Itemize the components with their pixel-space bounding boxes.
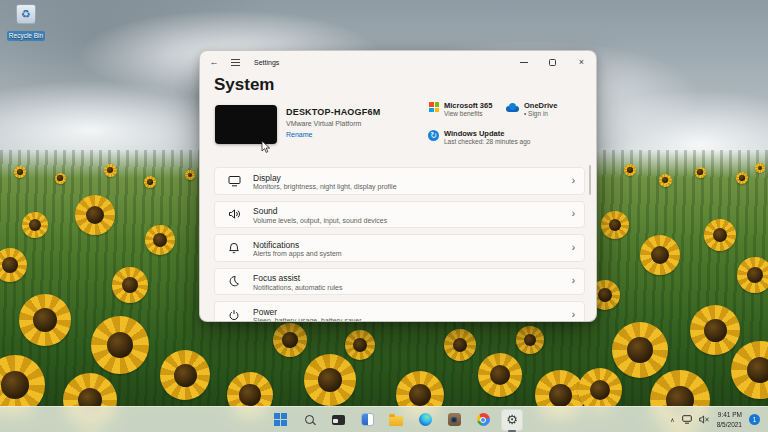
sunflower	[659, 174, 672, 187]
row-title: Sound	[253, 206, 278, 216]
gear-icon: ⚙	[506, 413, 518, 426]
sunflower	[19, 294, 71, 346]
sunflower	[144, 176, 156, 188]
settings-window: ← Settings × System DESKTOP-HAOGF6M VMwa…	[199, 50, 597, 322]
task-view-button[interactable]	[327, 409, 349, 431]
sunflower	[624, 164, 636, 176]
menu-icon[interactable]	[231, 59, 240, 66]
close-icon: ×	[579, 58, 584, 67]
minimize-button[interactable]	[509, 51, 538, 73]
row-subtitle: Alerts from apps and system	[253, 250, 342, 257]
row-display[interactable]: Display Monitors, brightness, night ligh…	[214, 167, 585, 195]
onedrive-card[interactable]: OneDrive • Sign in	[506, 101, 557, 119]
minimize-icon	[520, 62, 528, 63]
chevron-right-icon: ›	[572, 243, 575, 253]
microsoft-logo-icon	[429, 102, 439, 112]
sunflower	[695, 167, 706, 178]
widgets-button[interactable]	[356, 409, 378, 431]
sunflower	[304, 354, 356, 406]
moon-icon	[226, 273, 242, 289]
caption-buttons: ×	[509, 51, 596, 73]
search-button[interactable]	[298, 409, 320, 431]
settings-taskbar-button[interactable]: ⚙	[501, 409, 523, 431]
sunflower	[612, 322, 668, 378]
back-button[interactable]: ←	[205, 54, 223, 70]
microsoft365-card[interactable]: Microsoft 365 View benefits	[429, 101, 492, 119]
camera-button[interactable]	[443, 409, 465, 431]
sunflower	[75, 195, 115, 235]
row-power[interactable]: Power Sleep, battery usage, battery save…	[214, 301, 585, 322]
volume-muted-button[interactable]	[699, 415, 710, 424]
recycle-bin-shortcut[interactable]: ♻ Recycle Bin	[4, 4, 48, 42]
window-title: Settings	[254, 59, 279, 66]
sunflower	[14, 166, 26, 178]
tray-date: 8/5/2021	[717, 420, 742, 429]
device-screen-thumbnail	[215, 105, 277, 144]
tray-overflow-button[interactable]: ∧	[670, 416, 674, 423]
network-button[interactable]	[682, 415, 692, 424]
windows-logo-icon	[274, 413, 287, 426]
row-notifications[interactable]: Notifications Alerts from apps and syste…	[214, 234, 585, 262]
chrome-icon	[477, 413, 490, 426]
taskbar-center-icons: ⚙	[245, 407, 523, 432]
sunflower	[444, 329, 476, 361]
sunflower	[736, 172, 748, 184]
back-icon: ←	[210, 57, 219, 67]
edge-icon	[419, 413, 432, 426]
chevron-right-icon: ›	[572, 310, 575, 320]
search-icon	[305, 415, 314, 424]
sunflower	[185, 170, 195, 180]
onedrive-subtitle: • Sign in	[524, 110, 557, 118]
row-focus-assist[interactable]: Focus assist Notifications, automatic ru…	[214, 268, 585, 296]
chevron-up-icon: ∧	[670, 416, 674, 423]
device-model: VMware Virtual Platform	[286, 120, 361, 127]
file-explorer-button[interactable]	[385, 409, 407, 431]
row-title: Focus assist	[253, 273, 300, 283]
onedrive-title: OneDrive	[524, 101, 557, 110]
rename-link[interactable]: Rename	[286, 131, 312, 138]
sunflower	[601, 211, 629, 239]
page-title: System	[214, 75, 274, 95]
row-title: Notifications	[253, 240, 299, 250]
row-subtitle: Sleep, battery usage, battery saver	[253, 317, 362, 322]
taskbar: ⚙ ∧ 9:41 PM 8/5/2021 1	[0, 406, 768, 432]
row-subtitle: Notifications, automatic rules	[253, 284, 342, 291]
sunflower	[55, 173, 66, 184]
tray-time: 9:41 PM	[717, 410, 742, 419]
microsoft365-subtitle: View benefits	[444, 110, 492, 118]
sunflower	[704, 219, 736, 251]
maximize-button[interactable]	[538, 51, 567, 73]
microsoft365-title: Microsoft 365	[444, 101, 492, 110]
chrome-button[interactable]	[472, 409, 494, 431]
notification-badge[interactable]: 1	[749, 414, 760, 425]
power-icon	[226, 307, 242, 322]
onedrive-cloud-icon	[506, 103, 519, 112]
sunflower	[755, 163, 765, 173]
sunflower	[273, 323, 307, 357]
windows-update-title: Windows Update	[444, 129, 530, 138]
sunflower	[478, 353, 522, 397]
row-sound[interactable]: Sound Volume levels, output, input, soun…	[214, 201, 585, 229]
close-button[interactable]: ×	[567, 51, 596, 73]
device-name: DESKTOP-HAOGF6M	[286, 107, 380, 117]
start-button[interactable]	[269, 409, 291, 431]
desktop: ♻ Recycle Bin ← Settings × System DESKTO…	[0, 0, 768, 432]
speaker-icon	[226, 206, 242, 222]
folder-icon	[389, 416, 403, 426]
widgets-icon	[361, 413, 374, 426]
sunflower	[516, 326, 544, 354]
camera-icon	[448, 413, 461, 426]
sunflower	[145, 225, 175, 255]
sunflower	[22, 212, 48, 238]
windows-update-icon: ↻	[428, 130, 439, 141]
sunflower	[112, 267, 148, 303]
chevron-right-icon: ›	[572, 176, 575, 186]
scrollbar-thumb[interactable]	[589, 165, 592, 195]
clock[interactable]: 9:41 PM 8/5/2021	[717, 410, 742, 429]
maximize-icon	[549, 59, 556, 66]
windows-update-card[interactable]: ↻ Windows Update Last checked: 28 minute…	[428, 129, 530, 147]
titlebar[interactable]: ← Settings ×	[200, 51, 596, 73]
edge-button[interactable]	[414, 409, 436, 431]
recycle-bin-icon: ♻	[16, 4, 36, 24]
monitor-icon	[226, 173, 242, 189]
